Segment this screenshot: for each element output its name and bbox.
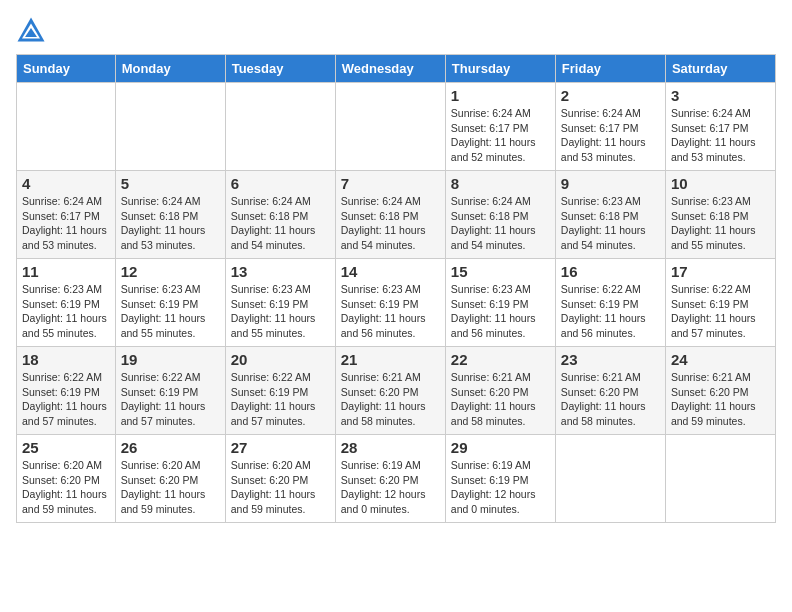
day-number: 15 — [451, 263, 550, 280]
day-info: Sunrise: 6:23 AM Sunset: 6:19 PM Dayligh… — [22, 282, 110, 341]
day-number: 12 — [121, 263, 220, 280]
calendar-week-row: 4Sunrise: 6:24 AM Sunset: 6:17 PM Daylig… — [17, 171, 776, 259]
day-number: 3 — [671, 87, 770, 104]
calendar-cell: 9Sunrise: 6:23 AM Sunset: 6:18 PM Daylig… — [555, 171, 665, 259]
day-info: Sunrise: 6:24 AM Sunset: 6:17 PM Dayligh… — [561, 106, 660, 165]
day-number: 29 — [451, 439, 550, 456]
logo-icon — [16, 16, 46, 46]
day-info: Sunrise: 6:23 AM Sunset: 6:18 PM Dayligh… — [561, 194, 660, 253]
calendar-cell: 11Sunrise: 6:23 AM Sunset: 6:19 PM Dayli… — [17, 259, 116, 347]
day-of-week-header: Monday — [115, 55, 225, 83]
day-info: Sunrise: 6:23 AM Sunset: 6:19 PM Dayligh… — [341, 282, 440, 341]
day-info: Sunrise: 6:23 AM Sunset: 6:19 PM Dayligh… — [121, 282, 220, 341]
day-number: 9 — [561, 175, 660, 192]
day-info: Sunrise: 6:22 AM Sunset: 6:19 PM Dayligh… — [22, 370, 110, 429]
calendar-cell: 14Sunrise: 6:23 AM Sunset: 6:19 PM Dayli… — [335, 259, 445, 347]
day-number: 6 — [231, 175, 330, 192]
day-info: Sunrise: 6:24 AM Sunset: 6:18 PM Dayligh… — [451, 194, 550, 253]
day-info: Sunrise: 6:21 AM Sunset: 6:20 PM Dayligh… — [561, 370, 660, 429]
page-header — [16, 16, 776, 46]
day-number: 20 — [231, 351, 330, 368]
calendar-week-row: 25Sunrise: 6:20 AM Sunset: 6:20 PM Dayli… — [17, 435, 776, 523]
day-info: Sunrise: 6:21 AM Sunset: 6:20 PM Dayligh… — [341, 370, 440, 429]
calendar-cell: 27Sunrise: 6:20 AM Sunset: 6:20 PM Dayli… — [225, 435, 335, 523]
calendar-week-row: 1Sunrise: 6:24 AM Sunset: 6:17 PM Daylig… — [17, 83, 776, 171]
day-number: 14 — [341, 263, 440, 280]
day-of-week-header: Thursday — [445, 55, 555, 83]
calendar-cell — [225, 83, 335, 171]
day-info: Sunrise: 6:24 AM Sunset: 6:17 PM Dayligh… — [22, 194, 110, 253]
day-number: 28 — [341, 439, 440, 456]
calendar-cell: 1Sunrise: 6:24 AM Sunset: 6:17 PM Daylig… — [445, 83, 555, 171]
day-number: 22 — [451, 351, 550, 368]
day-info: Sunrise: 6:21 AM Sunset: 6:20 PM Dayligh… — [451, 370, 550, 429]
calendar-cell: 25Sunrise: 6:20 AM Sunset: 6:20 PM Dayli… — [17, 435, 116, 523]
day-number: 2 — [561, 87, 660, 104]
day-of-week-header: Saturday — [665, 55, 775, 83]
calendar-cell: 26Sunrise: 6:20 AM Sunset: 6:20 PM Dayli… — [115, 435, 225, 523]
calendar-cell: 15Sunrise: 6:23 AM Sunset: 6:19 PM Dayli… — [445, 259, 555, 347]
day-number: 27 — [231, 439, 330, 456]
day-number: 13 — [231, 263, 330, 280]
calendar-cell: 17Sunrise: 6:22 AM Sunset: 6:19 PM Dayli… — [665, 259, 775, 347]
day-info: Sunrise: 6:22 AM Sunset: 6:19 PM Dayligh… — [121, 370, 220, 429]
calendar-cell: 10Sunrise: 6:23 AM Sunset: 6:18 PM Dayli… — [665, 171, 775, 259]
day-info: Sunrise: 6:19 AM Sunset: 6:19 PM Dayligh… — [451, 458, 550, 517]
day-info: Sunrise: 6:24 AM Sunset: 6:17 PM Dayligh… — [671, 106, 770, 165]
calendar-cell: 23Sunrise: 6:21 AM Sunset: 6:20 PM Dayli… — [555, 347, 665, 435]
calendar-cell: 8Sunrise: 6:24 AM Sunset: 6:18 PM Daylig… — [445, 171, 555, 259]
day-info: Sunrise: 6:21 AM Sunset: 6:20 PM Dayligh… — [671, 370, 770, 429]
day-of-week-header: Wednesday — [335, 55, 445, 83]
calendar-cell — [665, 435, 775, 523]
calendar-cell: 16Sunrise: 6:22 AM Sunset: 6:19 PM Dayli… — [555, 259, 665, 347]
day-number: 8 — [451, 175, 550, 192]
calendar-cell: 29Sunrise: 6:19 AM Sunset: 6:19 PM Dayli… — [445, 435, 555, 523]
calendar-cell — [335, 83, 445, 171]
calendar-cell: 2Sunrise: 6:24 AM Sunset: 6:17 PM Daylig… — [555, 83, 665, 171]
day-info: Sunrise: 6:24 AM Sunset: 6:18 PM Dayligh… — [121, 194, 220, 253]
day-number: 17 — [671, 263, 770, 280]
calendar-week-row: 11Sunrise: 6:23 AM Sunset: 6:19 PM Dayli… — [17, 259, 776, 347]
day-of-week-header: Friday — [555, 55, 665, 83]
calendar-cell — [17, 83, 116, 171]
day-number: 11 — [22, 263, 110, 280]
day-of-week-header: Sunday — [17, 55, 116, 83]
calendar-cell — [115, 83, 225, 171]
day-info: Sunrise: 6:20 AM Sunset: 6:20 PM Dayligh… — [22, 458, 110, 517]
day-number: 10 — [671, 175, 770, 192]
day-number: 1 — [451, 87, 550, 104]
day-number: 24 — [671, 351, 770, 368]
calendar-cell: 7Sunrise: 6:24 AM Sunset: 6:18 PM Daylig… — [335, 171, 445, 259]
day-info: Sunrise: 6:20 AM Sunset: 6:20 PM Dayligh… — [231, 458, 330, 517]
day-info: Sunrise: 6:24 AM Sunset: 6:18 PM Dayligh… — [231, 194, 330, 253]
day-number: 21 — [341, 351, 440, 368]
day-number: 26 — [121, 439, 220, 456]
calendar-header-row: SundayMondayTuesdayWednesdayThursdayFrid… — [17, 55, 776, 83]
calendar-cell: 24Sunrise: 6:21 AM Sunset: 6:20 PM Dayli… — [665, 347, 775, 435]
calendar-cell: 19Sunrise: 6:22 AM Sunset: 6:19 PM Dayli… — [115, 347, 225, 435]
day-number: 23 — [561, 351, 660, 368]
day-info: Sunrise: 6:22 AM Sunset: 6:19 PM Dayligh… — [671, 282, 770, 341]
calendar-cell: 20Sunrise: 6:22 AM Sunset: 6:19 PM Dayli… — [225, 347, 335, 435]
calendar-cell — [555, 435, 665, 523]
day-info: Sunrise: 6:19 AM Sunset: 6:20 PM Dayligh… — [341, 458, 440, 517]
day-number: 4 — [22, 175, 110, 192]
day-number: 19 — [121, 351, 220, 368]
day-info: Sunrise: 6:24 AM Sunset: 6:17 PM Dayligh… — [451, 106, 550, 165]
day-number: 18 — [22, 351, 110, 368]
calendar-cell: 18Sunrise: 6:22 AM Sunset: 6:19 PM Dayli… — [17, 347, 116, 435]
day-of-week-header: Tuesday — [225, 55, 335, 83]
day-info: Sunrise: 6:24 AM Sunset: 6:18 PM Dayligh… — [341, 194, 440, 253]
calendar-cell: 5Sunrise: 6:24 AM Sunset: 6:18 PM Daylig… — [115, 171, 225, 259]
logo — [16, 16, 50, 46]
calendar-cell: 12Sunrise: 6:23 AM Sunset: 6:19 PM Dayli… — [115, 259, 225, 347]
day-number: 16 — [561, 263, 660, 280]
calendar-cell: 22Sunrise: 6:21 AM Sunset: 6:20 PM Dayli… — [445, 347, 555, 435]
day-info: Sunrise: 6:23 AM Sunset: 6:19 PM Dayligh… — [231, 282, 330, 341]
calendar-table: SundayMondayTuesdayWednesdayThursdayFrid… — [16, 54, 776, 523]
calendar-cell: 21Sunrise: 6:21 AM Sunset: 6:20 PM Dayli… — [335, 347, 445, 435]
day-info: Sunrise: 6:23 AM Sunset: 6:19 PM Dayligh… — [451, 282, 550, 341]
calendar-cell: 3Sunrise: 6:24 AM Sunset: 6:17 PM Daylig… — [665, 83, 775, 171]
calendar-cell: 13Sunrise: 6:23 AM Sunset: 6:19 PM Dayli… — [225, 259, 335, 347]
day-number: 5 — [121, 175, 220, 192]
